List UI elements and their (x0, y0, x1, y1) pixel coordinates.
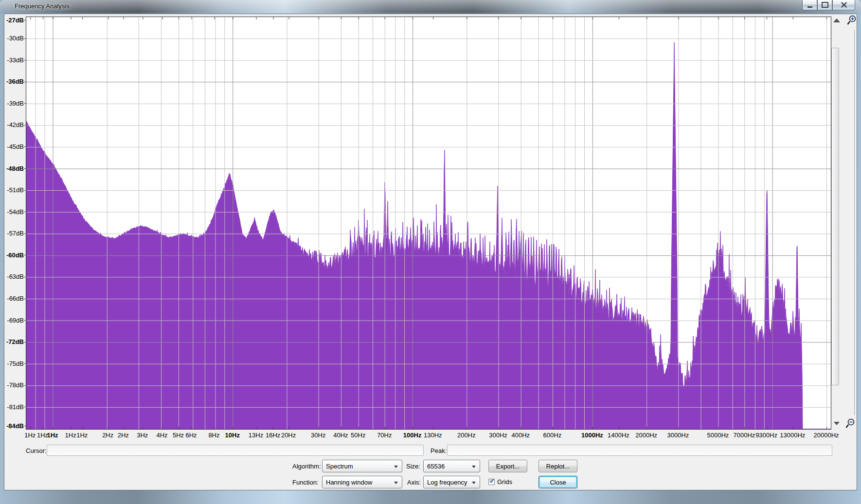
algorithm-dropdown[interactable]: Spectrum (322, 460, 402, 472)
x-axis-tick-label: 16Hz (266, 432, 280, 439)
cursor-label: Cursor: (26, 447, 47, 454)
x-axis-tick-label: 8Hz (208, 432, 219, 439)
replot-button[interactable]: Replot... (538, 460, 577, 472)
y-axis-tick-label: -30dB (4, 35, 24, 41)
spectrum-chart (26, 17, 831, 429)
y-axis-tick-label: -69dB (4, 317, 24, 324)
function-dropdown[interactable]: Hanning window (322, 476, 402, 488)
x-axis-tick-label: 400Hz (511, 432, 530, 439)
x-axis-tick-label: 6Hz (185, 432, 197, 439)
x-axis-tick-label: 1Hz (76, 432, 88, 439)
spectrum-area (26, 42, 831, 429)
dialog-client-area: -27dB-30dB-33dB-36dB-39dB-42dB-45dB-48dB… (4, 14, 857, 490)
y-axis-tick-label: -63dB (4, 273, 24, 280)
x-axis-tick-label: 1Hz (65, 432, 76, 439)
y-axis-tick-label: -45dB (4, 144, 24, 150)
spectrum-plot[interactable] (26, 17, 831, 430)
dropdown-arrow-icon (472, 482, 476, 484)
x-axis-tick-label: 10Hz (225, 432, 240, 439)
frequency-analysis-window: Frequency Analysis -27dB-30dB-33dB-36dB-… (0, 0, 861, 504)
dropdown-arrow-icon (472, 466, 476, 468)
y-axis-tick-label: -33dB (4, 57, 24, 63)
titlebar[interactable]: Frequency Analysis (0, 0, 861, 14)
window-controls (802, 0, 855, 10)
checkmark-icon: ✓ (489, 478, 495, 484)
y-axis-tick-label: -81dB (4, 404, 24, 410)
x-axis-tick-label: 2Hz (118, 432, 129, 439)
x-axis-tick-label: 40Hz (333, 432, 348, 439)
y-axis-tick-label: -54dB (4, 209, 24, 215)
x-axis-tick-label: 9300Hz (755, 432, 777, 439)
y-axis-tick-label: -39dB (4, 100, 24, 107)
size-dropdown[interactable]: 65536 (423, 460, 480, 472)
x-axis-tick-label: 70Hz (377, 432, 392, 439)
window-title: Frequency Analysis (15, 2, 70, 10)
x-axis-tick-label: 2000Hz (635, 432, 657, 439)
close-window-button[interactable] (832, 0, 855, 10)
x-axis-tick-label: 13Hz (249, 432, 263, 439)
x-axis-tick-label: 50Hz (351, 432, 365, 439)
y-axis-tick-label: -51dB (4, 187, 24, 193)
scrollbar-up-icon[interactable] (833, 18, 840, 22)
cursor-value-field (47, 445, 424, 456)
checkbox-box[interactable]: ✓ (488, 479, 495, 485)
x-axis-tick-label: 3000Hz (667, 432, 689, 439)
dropdown-arrow-icon (394, 482, 398, 484)
y-axis-tick-label: -72dB (4, 339, 24, 345)
scrollbar-thumb[interactable] (831, 48, 839, 385)
close-button[interactable]: Close (538, 476, 577, 488)
close-icon (841, 2, 847, 8)
axis-dropdown[interactable]: Log frequency (423, 476, 480, 488)
x-axis-tick-label: 7000Hz (734, 432, 755, 439)
dropdown-arrow-icon (394, 466, 398, 468)
export-button-label: Export... (496, 463, 520, 470)
x-axis-tick-label: 130Hz (424, 432, 442, 439)
export-button[interactable]: Export... (488, 460, 527, 472)
axis-label: Axis: (407, 479, 421, 486)
zoom-slider-track[interactable] (854, 30, 855, 415)
x-axis-tick-label: 1Hz (24, 432, 36, 439)
y-axis-tick-label: -84dB (4, 423, 24, 429)
function-value: Hanning window (326, 479, 372, 486)
size-value: 65536 (427, 463, 445, 470)
y-axis-tick-label: -42dB (4, 122, 24, 128)
peak-value-field (447, 445, 832, 456)
y-axis-tick-label: -27dB (4, 17, 24, 23)
y-axis-tick-label: -75dB (4, 360, 24, 367)
x-axis-tick-label: 1000Hz (581, 432, 603, 439)
algorithm-value: Spectrum (326, 463, 353, 470)
y-axis-tick-label: -57dB (4, 230, 24, 236)
function-label: Function: (292, 479, 318, 486)
x-axis-tick-label: 13000Hz (780, 432, 805, 439)
x-axis-tick-label: 20000Hz (813, 432, 839, 439)
grids-checkbox-label: Grids (497, 478, 512, 486)
replot-button-label: Replot... (546, 463, 570, 470)
zoom-out-icon[interactable] (845, 418, 857, 431)
minimize-button[interactable] (802, 0, 817, 10)
y-axis-tick-label: -66dB (4, 295, 24, 302)
x-axis-tick-label: 100Hz (403, 432, 422, 439)
algorithm-label: Algorithm: (292, 463, 321, 470)
x-axis-tick-label: 1400Hz (608, 432, 629, 439)
x-axis-tick-label: 200Hz (457, 432, 476, 439)
x-axis-tick-label: 5000Hz (707, 432, 729, 439)
grids-checkbox[interactable]: ✓ Grids (488, 478, 512, 486)
x-axis-tick-label: 2Hz (102, 432, 113, 439)
y-axis-tick-label: -60dB (4, 252, 24, 258)
peak-label: Peak: (430, 447, 447, 454)
scrollbar-down-icon[interactable] (834, 422, 840, 425)
x-axis-tick-label: 30Hz (311, 432, 325, 439)
x-axis-tick-label: 20Hz (281, 432, 296, 439)
zoom-in-icon[interactable] (846, 15, 858, 27)
axis-value: Log frequency (427, 479, 467, 486)
x-axis-tick-label: 3Hz (137, 432, 148, 439)
x-axis-tick-label: 300Hz (489, 432, 507, 439)
y-axis-tick-label: -78dB (4, 382, 24, 388)
x-axis-tick-label: 4Hz (156, 432, 167, 439)
y-axis-tick-label: -36dB (4, 78, 24, 85)
x-axis-tick-label: 5Hz (173, 432, 184, 439)
size-label: Size: (406, 463, 420, 470)
x-axis-tick-label: 1Hz (47, 432, 58, 439)
y-axis-tick-label: -48dB (4, 165, 24, 172)
maximize-button[interactable] (817, 0, 832, 10)
